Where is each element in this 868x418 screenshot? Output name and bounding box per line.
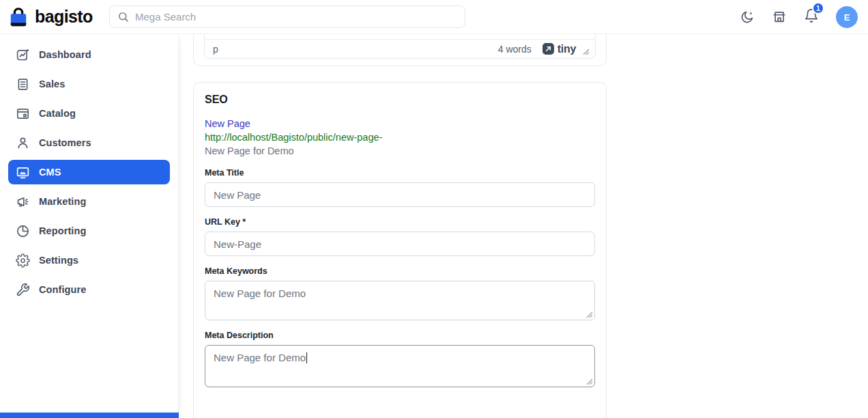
sidebar-item-configure[interactable]: Configure (8, 277, 170, 302)
store-icon[interactable] (772, 10, 787, 25)
sidebar-item-label: CMS (39, 167, 61, 178)
sidebar-item-label: Marketing (39, 196, 86, 207)
search-input[interactable] (135, 11, 457, 23)
sidebar-item-catalog[interactable]: Catalog (8, 101, 170, 126)
tinymce-branding-link[interactable]: tiny (542, 43, 576, 55)
seo-preview-description: New Page for Demo (205, 144, 595, 158)
catalog-icon (16, 107, 30, 121)
meta-title-label: Meta Title (205, 168, 595, 178)
editor-word-count: 4 words (498, 44, 532, 55)
sidebar-item-reporting[interactable]: Reporting (8, 219, 170, 243)
sidebar-item-dashboard[interactable]: Dashboard (8, 42, 170, 67)
sidebar-item-customers[interactable]: Customers (8, 130, 170, 155)
seo-heading: SEO (205, 94, 595, 106)
sidebar-item-settings[interactable]: Settings (8, 248, 170, 273)
cms-icon (16, 165, 30, 180)
tinymce-editor[interactable]: p 4 words tiny (204, 34, 596, 59)
textarea-resize-handle[interactable] (586, 378, 593, 385)
meta-description-label: Meta Description (205, 331, 595, 340)
brand-name: bagisto (35, 7, 93, 27)
search-bar[interactable] (109, 5, 465, 28)
sidebar-item-label: Catalog (39, 108, 76, 119)
sidebar-item-label: Dashboard (39, 49, 91, 60)
text-caret (306, 352, 308, 363)
dashboard-icon (16, 48, 30, 62)
meta-keywords-field: Meta Keywords New Page for Demo (205, 266, 595, 320)
sales-icon (16, 77, 30, 92)
search-icon (117, 11, 129, 23)
meta-description-field: Meta Description New Page for Demo (205, 331, 595, 387)
brand-logo[interactable]: bagisto (8, 6, 93, 28)
sidebar-item-label: Settings (39, 255, 78, 266)
marketing-icon (16, 195, 30, 209)
app-header: bagisto 1 E (0, 0, 868, 34)
seo-preview: New Page http://localhost/Bagisto/public… (205, 117, 595, 158)
sidebar-item-cms[interactable]: CMS (8, 160, 170, 184)
url-key-input[interactable] (205, 232, 595, 256)
sidebar-item-label: Sales (39, 79, 65, 89)
seo-preview-title-link[interactable]: New Page (205, 117, 250, 130)
url-key-field: URL Key * (205, 217, 595, 256)
url-key-label: URL Key * (205, 217, 595, 227)
sidebar-item-label: Configure (39, 284, 86, 295)
settings-icon (16, 253, 30, 268)
customers-icon (16, 136, 30, 150)
meta-description-textarea[interactable]: New Page for Demo (205, 345, 595, 387)
sidebar-item-label: Reporting (39, 225, 86, 236)
meta-description-value: New Page for Demo (214, 352, 306, 363)
sidebar-item-sales[interactable]: Sales (8, 72, 170, 96)
notification-badge: 1 (812, 2, 824, 14)
editor-statusbar: p 4 words tiny (205, 39, 595, 58)
editor-card: p 4 words tiny (193, 34, 607, 66)
tinymce-logo-icon (542, 43, 554, 55)
reporting-icon (16, 224, 30, 238)
editor-element-path[interactable]: p (213, 44, 218, 55)
seo-card: SEO New Page http://localhost/Bagisto/pu… (193, 82, 607, 418)
main-content: p 4 words tiny (179, 34, 868, 418)
textarea-resize-handle[interactable] (586, 311, 593, 318)
meta-keywords-textarea[interactable]: New Page for Demo (205, 281, 595, 320)
sidebar-item-label: Customers (39, 137, 91, 148)
dark-mode-icon[interactable] (740, 10, 755, 25)
configure-icon (16, 283, 30, 297)
editor-resize-handle[interactable] (583, 48, 590, 55)
seo-preview-url: http://localhost/Bagisto/public/new-page… (205, 130, 595, 144)
sidebar-item-marketing[interactable]: Marketing (8, 189, 170, 214)
header-actions: 1 E (740, 0, 858, 34)
tinymce-wordmark: tiny (558, 43, 576, 55)
sidebar-cutoff-active-item[interactable] (0, 413, 179, 418)
sidebar-nav: DashboardSalesCatalogCustomersCMSMarketi… (8, 42, 170, 302)
meta-title-input[interactable] (205, 182, 595, 207)
meta-keywords-label: Meta Keywords (205, 266, 595, 276)
bagisto-bag-icon (8, 6, 29, 28)
meta-title-field: Meta Title (205, 168, 595, 207)
sidebar: DashboardSalesCatalogCustomersCMSMarketi… (0, 34, 179, 418)
meta-keywords-value: New Page for Demo (214, 288, 306, 299)
notifications-button[interactable]: 1 (804, 8, 819, 26)
avatar[interactable]: E (836, 6, 858, 28)
